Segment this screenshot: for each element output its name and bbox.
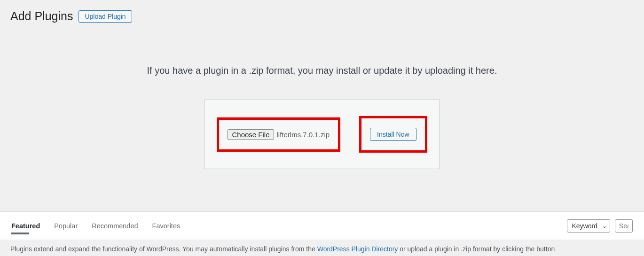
footer-text-after: or upload a plugin in .zip format by cli… xyxy=(398,245,555,253)
file-chooser-highlight: Choose File lifterlms.7.0.1.zip xyxy=(217,117,340,152)
footer-text-before: Plugins extend and expand the functional… xyxy=(10,245,317,253)
filter-tabs: Featured Popular Recommended Favorites xyxy=(11,214,180,238)
tab-popular[interactable]: Popular xyxy=(54,214,78,238)
search-input[interactable] xyxy=(615,219,633,233)
upload-form-container: Choose File lifterlms.7.0.1.zip Install … xyxy=(0,100,644,169)
chevron-down-icon: ⌄ xyxy=(602,223,607,229)
upload-form: Choose File lifterlms.7.0.1.zip Install … xyxy=(204,100,440,169)
plugin-directory-link[interactable]: WordPress Plugin Directory xyxy=(317,245,398,253)
selected-file-name: lifterlms.7.0.1.zip xyxy=(277,131,330,139)
page-title: Add Plugins xyxy=(10,9,73,23)
search-controls: Keyword ⌄ xyxy=(567,219,633,233)
choose-file-button[interactable]: Choose File xyxy=(228,129,274,140)
tabs-section: Featured Popular Recommended Favorites K… xyxy=(0,211,644,240)
footer-description: Plugins extend and expand the functional… xyxy=(0,240,644,253)
install-now-button[interactable]: Install Now xyxy=(370,128,416,141)
upload-instructions: If you have a plugin in a .zip format, y… xyxy=(0,65,644,76)
upload-plugin-button[interactable]: Upload Plugin xyxy=(79,10,132,23)
tab-recommended[interactable]: Recommended xyxy=(92,214,138,238)
tab-favorites[interactable]: Favorites xyxy=(152,214,181,238)
search-type-label: Keyword xyxy=(572,222,597,230)
page-header: Add Plugins Upload Plugin xyxy=(0,0,644,28)
install-highlight: Install Now xyxy=(359,116,427,153)
tab-featured[interactable]: Featured xyxy=(11,214,40,238)
search-type-select[interactable]: Keyword ⌄ xyxy=(567,219,610,233)
